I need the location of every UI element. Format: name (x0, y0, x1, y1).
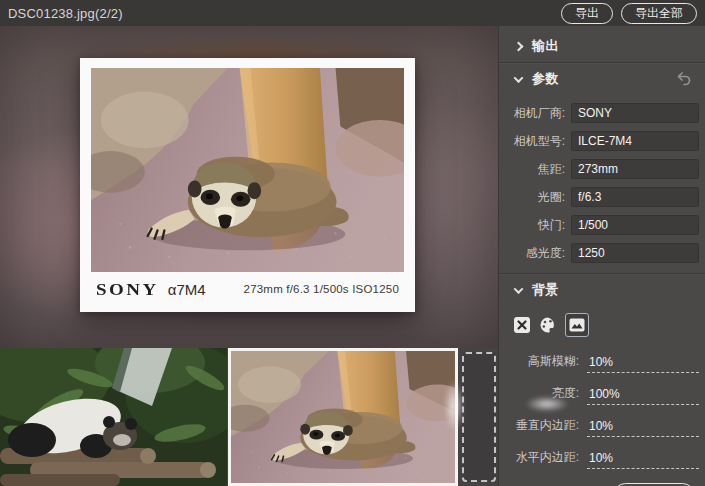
camera-model-text: α7M4 (168, 281, 206, 298)
vertical-padding-value[interactable]: 10% (587, 419, 699, 437)
field-aperture: 光圈: (499, 187, 699, 207)
field-camera-maker: 相机厂商: (499, 103, 699, 123)
horizontal-padding-label: 水平内边距: (499, 449, 579, 469)
filmstrip (0, 348, 498, 486)
chevron-right-icon (514, 41, 524, 51)
field-focal-length: 焦距: (499, 159, 699, 179)
palette-icon[interactable] (539, 316, 557, 334)
aperture-input[interactable] (571, 187, 699, 207)
slider-gaussian-blur: 高斯模糊: 10% (499, 351, 699, 373)
slider-brightness: 亮度: 100% (499, 383, 699, 405)
slider-vertical-padding: 垂直内边距: 10% (499, 415, 699, 437)
shutter-input[interactable] (571, 215, 699, 235)
photo-watermark-app: DSC01238.jpg(2/2) 导出 导出全部 SONY α7M4 273m… (0, 0, 705, 486)
iso-input[interactable] (571, 243, 699, 263)
camera-maker-input[interactable] (571, 103, 699, 123)
export-all-button[interactable]: 导出全部 (621, 3, 697, 24)
add-photo-dropzone[interactable] (462, 352, 496, 482)
focal-length-label: 焦距: (499, 161, 565, 178)
undo-icon[interactable] (675, 71, 693, 87)
thumbnail-panda[interactable] (0, 348, 227, 486)
section-params-label: 参数 (532, 70, 559, 88)
image-background-icon-selected[interactable] (565, 313, 589, 337)
field-shutter: 快门: (499, 215, 699, 235)
brightness-label: 亮度: (499, 385, 579, 405)
camera-model-label: 相机型号: (499, 133, 565, 150)
camera-maker-label: 相机厂商: (499, 105, 565, 122)
exif-text: 273mm f/6.3 1/500s ISO1250 (244, 283, 399, 295)
shutter-label: 快门: (499, 217, 565, 234)
section-background-label: 背景 (532, 281, 559, 299)
camera-brand-logo: SONY (96, 279, 159, 299)
camera-model-input[interactable] (571, 131, 699, 151)
background-type-icons (499, 306, 705, 341)
field-camera-model: 相机型号: (499, 131, 699, 151)
frame-caption: SONY α7M4 273mm f/6.3 1/500s ISO1250 (91, 272, 404, 310)
file-title: DSC01238.jpg(2/2) (8, 6, 123, 21)
gaussian-blur-value[interactable]: 10% (587, 355, 699, 373)
vertical-padding-label: 垂直内边距: (499, 417, 579, 437)
thumbnail-meerkat-selected[interactable] (228, 348, 458, 486)
horizontal-padding-value[interactable]: 10% (587, 451, 699, 469)
field-iso: 感光度: (499, 243, 699, 263)
section-output[interactable]: 输出 (499, 30, 705, 62)
slider-horizontal-padding: 水平内边距: 10% (499, 447, 699, 469)
gaussian-blur-label: 高斯模糊: (499, 353, 579, 373)
framed-photo-preview: SONY α7M4 273mm f/6.3 1/500s ISO1250 (80, 58, 415, 312)
no-background-icon[interactable] (513, 316, 531, 334)
settings-sidebar: 输出 参数 相机厂商: 相机型号: 焦距: (498, 26, 705, 486)
aperture-label: 光圈: (499, 189, 565, 206)
section-output-label: 输出 (532, 37, 559, 55)
chevron-down-icon (514, 73, 524, 83)
apply-row: 应用全部 (499, 469, 705, 486)
image-icon (569, 318, 585, 332)
export-button[interactable]: 导出 (561, 3, 613, 24)
preview-photo-meerkat (91, 68, 404, 272)
focal-length-input[interactable] (571, 159, 699, 179)
iso-label: 感光度: (499, 245, 565, 262)
section-background[interactable]: 背景 (499, 274, 705, 306)
section-params[interactable]: 参数 (499, 63, 705, 95)
brightness-value[interactable]: 100% (587, 387, 699, 405)
chevron-down-icon (514, 284, 524, 294)
title-bar: DSC01238.jpg(2/2) 导出 导出全部 (0, 0, 705, 26)
preview-canvas: SONY α7M4 273mm f/6.3 1/500s ISO1250 (0, 26, 498, 348)
